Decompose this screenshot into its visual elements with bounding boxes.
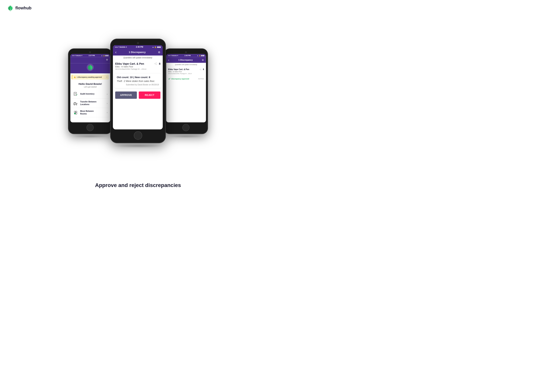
camera-right bbox=[185, 51, 187, 53]
svg-point-8 bbox=[74, 104, 75, 105]
status-bar-center: ●●● T-Mobile ▾ 2:40 PM ▲ 🔒 ▮▮▮▮ bbox=[113, 45, 163, 49]
move-icon bbox=[73, 110, 78, 115]
alert-text: 1 discrepancy awaiting approval bbox=[77, 76, 102, 78]
back-icon-right[interactable]: ‹ bbox=[168, 58, 169, 62]
product-name-right: Ebbu Vape Cart. & Pen bbox=[168, 68, 192, 71]
count-icon-right bbox=[200, 68, 202, 71]
product-sub-center: Ebbu - In Sales Floor bbox=[115, 66, 146, 68]
alert-icon: ⚠️ bbox=[74, 76, 76, 78]
home-button-right[interactable] bbox=[182, 124, 189, 131]
screen-center: ●●● T-Mobile ▾ 2:40 PM ▲ 🔒 ▮▮▮▮ ‹ 1 Disc… bbox=[113, 45, 163, 129]
alert-chevron: › bbox=[107, 76, 107, 78]
transfer-icon bbox=[73, 101, 78, 106]
flowhub-logo-icon bbox=[7, 5, 14, 12]
svg-point-15 bbox=[154, 63, 155, 64]
menu-list: Audit Inventory › bbox=[70, 89, 110, 118]
status-bar-right: ●●● T-Mobile ▾ 2:40 PM ▲ 🔒 ▮▮▮▮ bbox=[166, 54, 206, 57]
nav-bar-center: ‹ 1 Discrepancy ⚙ bbox=[113, 49, 163, 56]
disc-detail-card: Old count: 10 | New count: 8 Theft : 2 W… bbox=[114, 73, 161, 88]
svg-point-22 bbox=[201, 70, 201, 70]
back-icon-center[interactable]: ‹ bbox=[115, 50, 116, 54]
product-count-right: 8 bbox=[200, 68, 204, 71]
greeting-sub: Let's get started bbox=[72, 86, 109, 88]
caption: Approve and reject discrepancies bbox=[0, 182, 276, 188]
logo-area: flowhub bbox=[7, 5, 31, 12]
check-icon bbox=[168, 77, 170, 80]
phone-case-right: ●●● T-Mobile ▾ 2:40 PM ▲ 🔒 ▮▮▮▮ ‹ 1 Disc… bbox=[164, 49, 208, 134]
count-icon-center bbox=[154, 62, 158, 65]
home-logo-area bbox=[70, 63, 110, 73]
product-name-center: Ebbu Vape Cart. & Pen bbox=[115, 62, 146, 65]
svg-line-23 bbox=[200, 69, 201, 69]
case-bottom-center bbox=[113, 131, 163, 140]
case-bottom-left bbox=[70, 124, 110, 131]
svg-line-18 bbox=[155, 63, 156, 63]
alert-left: ⚠️ 1 discrepancy awaiting approval bbox=[74, 76, 102, 78]
home-button-center[interactable] bbox=[134, 131, 142, 140]
approved-row: Discrepancy Approved Just Now bbox=[166, 76, 206, 81]
alert-banner[interactable]: ⚠️ 1 discrepancy awaiting approval › bbox=[72, 75, 109, 80]
product-count-center: 8 bbox=[154, 62, 160, 65]
disc-reason: Theft : 2 Were stolen from sales floor. bbox=[117, 80, 159, 83]
greeting-name: Hello David Bowie! bbox=[72, 83, 109, 85]
nav-title-right: 1 Discrepancy bbox=[178, 59, 193, 61]
svg-point-20 bbox=[200, 69, 200, 70]
menu-item-move-left: Move BetweenRooms bbox=[73, 110, 94, 115]
menu-chevron-transfer: › bbox=[107, 102, 108, 105]
phones-area: ●●● T-Mobile ▾ 2:37 PM ▲ 🔒 ▮▮▮▮ ⚙ bbox=[0, 12, 276, 175]
svg-point-9 bbox=[76, 104, 77, 105]
settings-icon-center[interactable]: ⚙ bbox=[158, 51, 160, 54]
case-bottom-right bbox=[166, 124, 206, 131]
phone-right: ●●● T-Mobile ▾ 2:40 PM ▲ 🔒 ▮▮▮▮ ‹ 1 Disc… bbox=[164, 49, 208, 138]
menu-item-transfer-label: Transfer BetweenLocations bbox=[80, 101, 96, 106]
product-sub-right: Ebbu - In Sales Floor bbox=[168, 71, 192, 73]
time-center: 2:40 PM bbox=[136, 46, 143, 48]
carrier-center: ●●● T-Mobile ▾ bbox=[115, 46, 127, 48]
battery-center: ▲ 🔒 ▮▮▮▮ bbox=[152, 46, 161, 48]
home-button-left[interactable] bbox=[87, 124, 94, 131]
menu-item-audit[interactable]: Audit Inventory › bbox=[72, 89, 109, 98]
audit-icon bbox=[73, 91, 78, 97]
battery-left: ▲ 🔒 ▮▮▮▮ bbox=[101, 55, 109, 56]
shadow-right bbox=[168, 135, 203, 138]
logo-text: flowhub bbox=[15, 6, 31, 11]
menu-item-move[interactable]: Move BetweenRooms › bbox=[72, 108, 109, 117]
count-value-right: 8 bbox=[203, 68, 204, 71]
phone-case-center: ●●● T-Mobile ▾ 2:40 PM ▲ 🔒 ▮▮▮▮ ‹ 1 Disc… bbox=[110, 39, 166, 143]
product-card-right: Ebbu Vape Cart. & Pen Ebbu - In Sales Fl… bbox=[166, 67, 206, 76]
shadow-center bbox=[113, 144, 163, 148]
approved-label: Discrepancy Approved bbox=[168, 77, 189, 80]
disc-subtitle-right: Quantities will update immediately bbox=[166, 63, 206, 66]
disc-count-text: Old count: 10 | New count: 8 bbox=[117, 76, 159, 79]
carrier-left: ●●● T-Mobile ▾ bbox=[72, 55, 82, 56]
menu-item-transfer[interactable]: Transfer BetweenLocations › bbox=[72, 99, 109, 108]
reject-button[interactable]: REJECT bbox=[139, 91, 160, 99]
phone-left: ●●● T-Mobile ▾ 2:37 PM ▲ 🔒 ▮▮▮▮ ⚙ bbox=[68, 49, 112, 138]
settings-icon-right[interactable]: ⚙ bbox=[202, 59, 204, 61]
menu-item-audit-left: Audit Inventory bbox=[73, 91, 94, 97]
camera-center bbox=[137, 42, 139, 44]
settings-icon-left[interactable]: ⚙ bbox=[106, 58, 108, 61]
time-left: 2:37 PM bbox=[88, 55, 95, 56]
approve-button[interactable]: APPROVE bbox=[115, 91, 137, 99]
menu-item-move-label: Move BetweenRooms bbox=[80, 110, 94, 115]
svg-point-16 bbox=[156, 63, 157, 63]
carrier-right: ●●● T-Mobile ▾ bbox=[168, 55, 178, 56]
greeting-section: Hello David Bowie! Let's get started bbox=[70, 81, 110, 89]
battery-right: ▲ 🔒 ▮▮▮▮ bbox=[197, 55, 204, 56]
product-card-center: Ebbu Vape Cart. & Pen Ebbu - In Sales Fl… bbox=[113, 60, 163, 72]
svg-line-19 bbox=[155, 64, 156, 64]
home-header: ⚙ bbox=[70, 57, 110, 63]
disc-submitted: Submitted by David Bowie on 06/20/19 bbox=[117, 84, 159, 86]
menu-item-transfer-left: Transfer BetweenLocations bbox=[73, 101, 96, 106]
action-buttons: APPROVE REJECT bbox=[113, 90, 163, 101]
product-info-center: Ebbu Vape Cart. & Pen Ebbu - In Sales Fl… bbox=[115, 62, 146, 70]
svg-point-17 bbox=[156, 64, 157, 65]
count-value-center: 8 bbox=[159, 62, 160, 65]
menu-chevron-audit: › bbox=[107, 93, 108, 95]
nav-bar-right: ‹ 1 Discrepancy ⚙ bbox=[166, 57, 206, 63]
product-header-row-center: Ebbu Vape Cart. & Pen Ebbu - In Sales Fl… bbox=[115, 62, 160, 70]
camera-left bbox=[89, 51, 91, 53]
time-right: 2:40 PM bbox=[184, 55, 190, 56]
phone-case-left: ●●● T-Mobile ▾ 2:37 PM ▲ 🔒 ▮▮▮▮ ⚙ bbox=[68, 49, 112, 134]
